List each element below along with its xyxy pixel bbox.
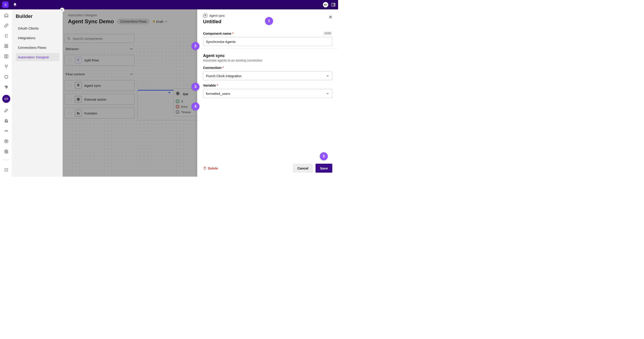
right-panel-toggle-icon[interactable] — [331, 2, 336, 7]
sidebar-item-integrations[interactable]: Integrations — [16, 34, 60, 42]
rail-contacts-icon[interactable] — [4, 44, 9, 49]
svg-point-9 — [4, 168, 5, 169]
panel-type-label: Agent sync — [209, 14, 225, 18]
panel-close-button[interactable] — [328, 14, 333, 20]
variable-select[interactable]: formatted_users — [203, 89, 332, 98]
connection-value: Punch Clock Integration — [206, 74, 242, 78]
component-name-input[interactable] — [203, 37, 332, 46]
builder-sidebar: Builder OAuth Clients Integrations Conne… — [12, 10, 62, 177]
rail-shield-icon[interactable] — [4, 74, 9, 80]
sidebar-item-automation-designer[interactable]: Automation Designer — [16, 53, 60, 61]
callout-2: 2 — [192, 42, 200, 50]
sidebar-item-connections-flows[interactable]: Connections Flows — [16, 44, 60, 52]
rail-settings-icon[interactable] — [4, 149, 9, 154]
rail-merge-icon[interactable] — [4, 64, 9, 69]
notifications-icon[interactable] — [13, 3, 17, 7]
rail-puzzle-icon[interactable] — [4, 118, 9, 124]
rail-apps-icon[interactable] — [4, 167, 9, 173]
save-button[interactable]: Save — [316, 164, 332, 173]
sidebar-title: Builder — [16, 14, 60, 19]
svg-point-11 — [7, 168, 8, 169]
svg-point-12 — [4, 170, 5, 170]
cancel-button[interactable]: Cancel — [293, 164, 313, 173]
user-avatar[interactable]: AC — [323, 2, 328, 8]
char-counter: 18/40 — [323, 31, 332, 35]
svg-point-15 — [4, 171, 5, 172]
agent-sync-icon — [203, 14, 208, 18]
svg-point-17 — [7, 171, 8, 172]
connection-select[interactable]: Punch Clock Integration — [203, 71, 332, 80]
svg-point-7 — [4, 140, 8, 143]
trash-icon — [203, 166, 206, 170]
app-logo[interactable]: :t — [2, 2, 8, 8]
rail-list-icon[interactable] — [4, 33, 9, 38]
variable-value: formatted_users — [206, 92, 230, 96]
close-icon — [328, 15, 332, 19]
svg-point-8 — [6, 151, 7, 152]
svg-point-16 — [6, 171, 6, 172]
sidebar-item-oauth-clients[interactable]: OAuth Clients — [16, 24, 60, 32]
svg-point-6 — [6, 45, 7, 46]
chevron-down-icon — [326, 74, 330, 78]
rail-book-icon[interactable] — [4, 54, 9, 59]
connection-label: Connection* — [203, 66, 332, 70]
rail-home-icon[interactable] — [4, 12, 9, 18]
rail-compass-icon[interactable] — [4, 139, 9, 144]
rail-gauge-icon[interactable] — [4, 128, 9, 134]
rail-fingerprint-icon[interactable] — [4, 84, 9, 90]
collapse-sidebar-icon[interactable] — [60, 8, 64, 12]
svg-point-13 — [6, 170, 6, 170]
svg-point-14 — [7, 170, 8, 170]
callout-4: 4 — [192, 102, 200, 110]
component-config-panel: Agent sync Untitled Component name* 18/4… — [197, 10, 338, 177]
rail-code-icon[interactable] — [2, 95, 10, 103]
callout-5: 5 — [320, 152, 328, 160]
rail-edit-icon[interactable] — [4, 108, 9, 113]
icon-rail — [0, 10, 12, 177]
rail-link-icon[interactable] — [4, 23, 9, 28]
svg-point-23 — [205, 15, 206, 16]
top-bar: :t AC — [0, 0, 338, 10]
section-title: Agent sync — [203, 54, 332, 58]
callout-1: 1 — [265, 17, 273, 25]
callout-3: 3 — [192, 83, 200, 91]
variable-label: Variable* — [203, 84, 332, 87]
chevron-down-icon — [326, 92, 330, 95]
panel-footer: Delete Cancel Save — [197, 160, 338, 177]
svg-point-10 — [6, 168, 6, 169]
section-subtitle: Associate agents to an existing connecti… — [203, 58, 332, 62]
component-name-label: Component name* 18/40 — [203, 31, 332, 35]
delete-button[interactable]: Delete — [203, 166, 218, 170]
